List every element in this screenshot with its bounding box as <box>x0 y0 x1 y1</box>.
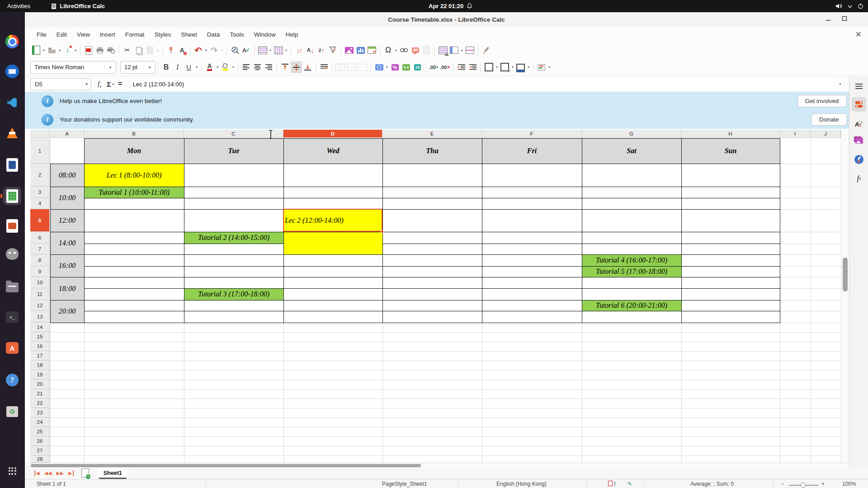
row-header-18[interactable]: 18 <box>30 361 50 370</box>
undo-dropdown[interactable]: ▾ <box>204 48 208 52</box>
dock-files-icon[interactable] <box>3 278 21 296</box>
increase-indent-icon[interactable] <box>456 61 467 73</box>
previous-sheet-icon[interactable]: ◀◀ <box>44 470 52 476</box>
menu-window[interactable]: Window <box>249 31 281 38</box>
functions-icon[interactable]: fx <box>852 171 866 186</box>
row-header-4[interactable]: 4 <box>30 198 50 209</box>
clock[interactable]: Apr 22 01:20 <box>429 3 472 9</box>
activities-button[interactable]: Activities <box>7 3 30 9</box>
menu-help[interactable]: Help <box>281 31 303 38</box>
pivot-table-icon[interactable]: ↵ <box>366 44 377 56</box>
open-dropdown[interactable]: ▾ <box>57 48 62 52</box>
row-header-23[interactable]: 23 <box>30 408 50 418</box>
center-vertically-icon[interactable] <box>291 61 302 73</box>
signature-icon[interactable]: ✎ <box>627 481 632 487</box>
clone-formatting-icon[interactable] <box>165 44 176 56</box>
row-header-19[interactable]: 19 <box>30 370 50 380</box>
freeze-dropdown[interactable]: ▾ <box>460 48 464 52</box>
dock-writer-icon[interactable] <box>3 156 21 174</box>
print-area-icon[interactable] <box>437 44 448 56</box>
fill-handle[interactable] <box>381 230 384 233</box>
language-label[interactable]: English (Hong Kong) <box>496 481 547 487</box>
menu-view[interactable]: View <box>72 31 95 38</box>
function-wizard-icon[interactable]: fx <box>98 80 101 89</box>
cell-cursor[interactable] <box>283 209 382 232</box>
dock-impress-icon[interactable] <box>3 217 21 235</box>
event-cell[interactable]: Tutorial 5 (17:00-18:00) <box>582 266 681 277</box>
conditional-formatting-dropdown[interactable]: ▾ <box>547 65 552 69</box>
row-header-15[interactable]: 15 <box>30 332 50 342</box>
border-style-dropdown[interactable]: ▾ <box>510 65 515 69</box>
event-cell[interactable] <box>283 232 382 254</box>
event-cell[interactable]: Tutorial 3 (17:00-18:00) <box>184 288 283 300</box>
font-name-combo[interactable]: Times New Roman▾ <box>30 61 116 74</box>
dock-vlc-icon[interactable] <box>3 124 21 142</box>
styles-icon[interactable]: A <box>852 117 866 131</box>
align-left-icon[interactable] <box>241 61 252 73</box>
zoom-in-icon[interactable]: + <box>821 481 825 487</box>
cut-icon[interactable]: ✂ <box>122 44 133 56</box>
comment-icon[interactable] <box>410 44 421 56</box>
event-cell[interactable]: Tutorial 4 (16:00-17:00) <box>582 254 681 266</box>
row-header-6[interactable]: 6 <box>30 232 50 244</box>
dock-thunderbird-icon[interactable] <box>3 62 21 80</box>
column-header-F[interactable]: F <box>482 130 582 138</box>
column-header-H[interactable]: H <box>681 130 780 138</box>
menu-styles[interactable]: Styles <box>150 31 176 38</box>
sidebar-collapse-icon[interactable]: ▸ <box>845 269 848 273</box>
italic-button[interactable]: I <box>172 61 183 73</box>
date-format-icon[interactable]: 15 <box>412 61 423 73</box>
undo-icon[interactable]: ↶ <box>193 44 204 56</box>
zoom-out-icon[interactable]: − <box>781 481 784 487</box>
insert-column-icon[interactable] <box>273 44 284 56</box>
borders-button[interactable] <box>483 61 495 73</box>
autofilter-icon[interactable] <box>327 44 339 56</box>
special-character-icon[interactable]: Ω <box>382 44 394 56</box>
donate-button[interactable]: Donate <box>811 113 847 126</box>
hyperlink-icon[interactable] <box>398 44 410 56</box>
power-icon[interactable] <box>858 3 863 9</box>
underline-button[interactable]: U <box>183 61 194 73</box>
event-cell[interactable]: Tutorial 2 (14:00-15:00) <box>184 232 283 244</box>
print-preview-button[interactable] <box>105 44 117 56</box>
column-header-B[interactable]: B <box>84 130 184 138</box>
row-header-21[interactable]: 21 <box>30 389 50 399</box>
row-header-9[interactable]: 9 <box>30 266 50 277</box>
dock-trash-icon[interactable]: ♻ <box>3 403 21 421</box>
event-cell[interactable]: Tutorial 1 (10:00-11:00) <box>84 187 184 198</box>
minimize-button[interactable] <box>826 15 831 23</box>
special-character-dropdown[interactable]: ▾ <box>394 48 398 52</box>
row-header-12[interactable]: 12 <box>30 300 50 311</box>
highlight-color-dropdown[interactable]: ▾ <box>231 65 236 69</box>
menu-data[interactable]: Data <box>202 31 225 38</box>
menu-insert[interactable]: Insert <box>95 31 120 38</box>
dock-help-icon[interactable]: ? <box>3 371 21 389</box>
border-color-dropdown[interactable]: ▾ <box>526 65 531 69</box>
percent-icon[interactable]: % <box>389 61 401 73</box>
zoom-slider-knob[interactable] <box>801 483 806 488</box>
volume-icon[interactable] <box>835 3 842 9</box>
conditional-formatting-button[interactable] <box>536 61 547 73</box>
wrap-text-icon[interactable] <box>318 61 330 73</box>
export-pdf-button[interactable] <box>83 44 94 56</box>
open-button[interactable] <box>46 44 57 56</box>
row-header-17[interactable]: 17 <box>30 351 50 361</box>
sheet-tab-active[interactable]: Sheet1 <box>97 468 128 478</box>
align-bottom-icon[interactable] <box>302 61 313 73</box>
column-header-D[interactable]: D <box>283 130 382 138</box>
name-box[interactable]: D5▾ <box>30 78 91 90</box>
close-document-icon[interactable]: ✕ <box>855 30 862 39</box>
network-icon[interactable] <box>847 4 853 9</box>
draw-functions-icon[interactable] <box>481 44 492 56</box>
bold-button[interactable]: B <box>160 61 172 73</box>
font-color-button[interactable]: A <box>204 61 215 73</box>
column-header-G[interactable]: G <box>582 130 681 138</box>
save-dropdown[interactable]: ▾ <box>73 48 78 52</box>
navigator-icon[interactable] <box>852 152 866 167</box>
next-sheet-icon[interactable]: ▶▶ <box>56 470 64 476</box>
sort-ascending-icon[interactable]: A↓ <box>305 44 316 56</box>
row-header-14[interactable]: 14 <box>30 323 50 332</box>
selection-summary-label[interactable]: Average: ; Sum: 0 <box>690 481 734 487</box>
first-sheet-icon[interactable]: ◀ <box>34 470 39 476</box>
dock-terminal-icon[interactable]: >_ <box>3 308 21 326</box>
